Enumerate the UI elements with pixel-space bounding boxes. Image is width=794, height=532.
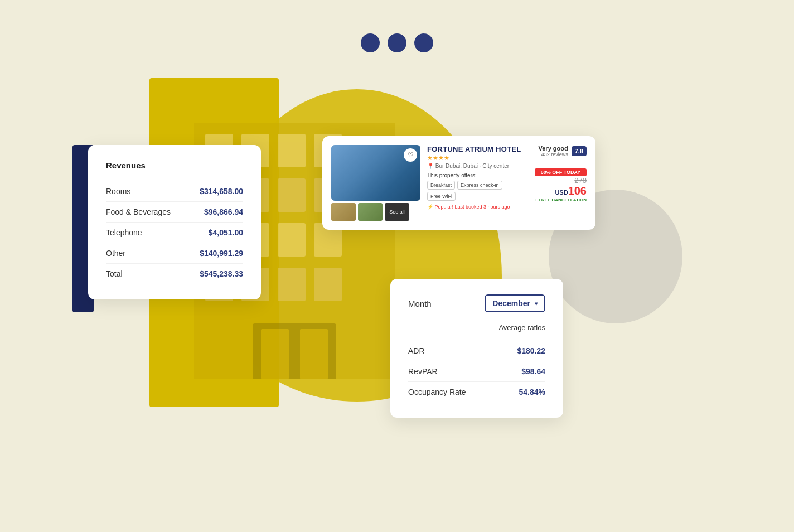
revpar-label: RevPAR xyxy=(408,367,438,376)
other-value: $140,991.29 xyxy=(200,249,243,258)
discount-badge: 60% OFF TODAY xyxy=(535,168,587,176)
revenue-row-other: Other $140,991.29 xyxy=(106,243,243,263)
month-dropdown[interactable]: December ▾ xyxy=(485,294,545,312)
score-badge: Very good 432 reviews 7.8 xyxy=(535,145,587,157)
revenue-row-telephone: Telephone $4,051.00 xyxy=(106,223,243,243)
see-all-button[interactable]: See all xyxy=(385,203,409,221)
score-reviews: 432 reviews xyxy=(539,152,568,157)
price-number: 106 xyxy=(568,185,587,197)
revenues-title: Revenues xyxy=(106,161,243,170)
tag-checkin: Express check-in xyxy=(457,181,502,190)
dot-2 xyxy=(388,33,406,52)
top-dots-decoration xyxy=(361,33,433,52)
other-label: Other xyxy=(106,249,125,258)
thumbnail-2 xyxy=(358,203,383,221)
revenues-card: Revenues Rooms $314,658.00 Food & Bevera… xyxy=(88,145,261,299)
hotel-thumbnails: See all xyxy=(331,203,420,221)
dot-3 xyxy=(414,33,433,52)
svg-rect-3 xyxy=(278,134,306,167)
score-number: 7.8 xyxy=(572,146,587,156)
metric-row-revpar: RevPAR $98.64 xyxy=(408,361,545,381)
month-selector-row: Month December ▾ xyxy=(408,294,545,312)
hotel-images-section: ♡ See all xyxy=(331,145,420,221)
thumbnail-1 xyxy=(331,203,356,221)
hotel-price-section: Very good 432 reviews 7.8 60% OFF TODAY … xyxy=(535,145,587,221)
month-selected-value: December xyxy=(492,299,530,308)
telephone-value: $4,051.00 xyxy=(209,228,243,237)
revenue-row-total: Total $545,238.33 xyxy=(106,264,243,284)
location-text: Bur Dubai, Dubai · City center xyxy=(435,163,509,169)
svg-rect-15 xyxy=(278,268,306,301)
occupancy-value: 54.84% xyxy=(519,388,545,396)
metric-row-occupancy: Occupancy Rate 54.84% xyxy=(408,382,545,402)
revpar-value: $98.64 xyxy=(521,367,545,376)
total-value: $545,238.33 xyxy=(200,269,243,278)
heart-icon: ♡ xyxy=(408,151,414,159)
hotel-tags: Breakfast Express check-in Free WiFi xyxy=(427,181,528,201)
fb-label: Food & Beverages xyxy=(106,207,171,216)
svg-rect-11 xyxy=(278,223,306,257)
metric-row-adr: ADR $180.22 xyxy=(408,341,545,361)
metrics-card: Month December ▾ Average ratios ADR $180… xyxy=(390,279,563,418)
new-price: USD106 xyxy=(535,185,587,197)
svg-rect-18 xyxy=(261,329,289,379)
svg-rect-19 xyxy=(300,329,328,379)
adr-value: $180.22 xyxy=(517,346,545,355)
hotel-name: FORTUNE ATRIUM HOTEL xyxy=(427,145,528,153)
hotel-offers-label: This property offers: xyxy=(427,172,528,178)
telephone-label: Telephone xyxy=(106,228,142,237)
month-label: Month xyxy=(408,299,432,308)
svg-rect-16 xyxy=(314,268,342,301)
hotel-main-image: ♡ xyxy=(331,145,420,201)
score-label: Very good xyxy=(539,145,568,152)
old-price: 278 xyxy=(535,176,587,185)
total-label: Total xyxy=(106,269,123,278)
free-cancellation-label: + FREE CANCELLATION xyxy=(535,197,587,202)
occupancy-label: Occupancy Rate xyxy=(408,388,466,396)
lightning-icon: ⚡ xyxy=(427,204,433,210)
hotel-booking-card: ♡ See all FORTUNE ATRIUM HOTEL ★★★★ 📍 Bu… xyxy=(322,136,595,230)
tag-wifi: Free WiFi xyxy=(427,192,456,201)
fb-value: $96,866.94 xyxy=(204,207,243,216)
see-all-label: See all xyxy=(389,209,405,215)
tag-breakfast: Breakfast xyxy=(427,181,455,190)
dot-1 xyxy=(361,33,380,52)
currency-label: USD xyxy=(555,189,568,196)
heart-button[interactable]: ♡ xyxy=(404,148,417,162)
revenue-row-rooms: Rooms $314,658.00 xyxy=(106,181,243,201)
revenue-row-fb: Food & Beverages $96,866.94 xyxy=(106,202,243,222)
location-pin-icon: 📍 xyxy=(427,163,434,169)
chevron-down-icon: ▾ xyxy=(535,301,538,307)
rooms-value: $314,658.00 xyxy=(200,187,243,196)
hotel-info-section: FORTUNE ATRIUM HOTEL ★★★★ 📍 Bur Dubai, D… xyxy=(427,145,528,221)
hotel-location: 📍 Bur Dubai, Dubai · City center xyxy=(427,163,528,169)
hotel-stars: ★★★★ xyxy=(427,154,528,162)
adr-label: ADR xyxy=(408,346,425,355)
popular-notice: ⚡ Popular! Last booked 3 hours ago xyxy=(427,204,528,210)
popular-text: Popular! Last booked 3 hours ago xyxy=(435,204,510,210)
svg-rect-7 xyxy=(278,178,306,212)
rooms-label: Rooms xyxy=(106,187,130,196)
avg-ratios-title: Average ratios xyxy=(408,323,545,332)
